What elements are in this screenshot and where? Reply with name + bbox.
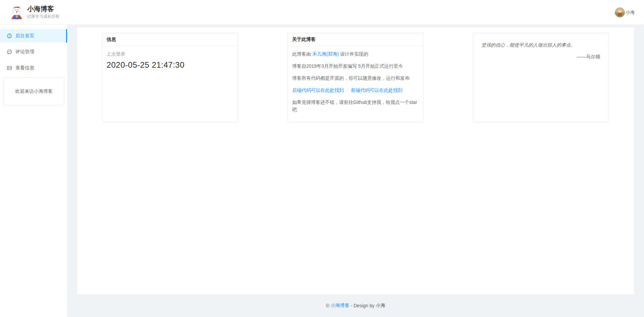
quote-card-body: 坚强的信心，能使平凡的人做出惊人的事业。 ——马尔顿 [473, 33, 609, 68]
page-footer: © 小海博客 - Design by 小海 [67, 294, 644, 317]
quote-text: 坚强的信心，能使平凡的人做出惊人的事业。 [481, 41, 601, 49]
last-login-value: 2020-05-25 21:47:30 [107, 60, 233, 70]
about-line-history: 博客自2019年3月开始开发编写 5月开始正式运行至今 [292, 62, 419, 70]
user-avatar [615, 7, 625, 17]
quote-author: ——马尔顿 [481, 54, 600, 60]
user-name: 小海 [626, 9, 635, 15]
about-card-body: 此博客由 禾几海(郑海) 设计并实现的 博客自2019年3月开始开发编写 5月开… [288, 46, 423, 122]
site-logo-icon [9, 5, 24, 20]
about-line-github: 如果觉得博客还不错，请前往Github支持我，给我点一个star吧 [292, 99, 419, 113]
app-header: 小海博客 记录学习成长历程 小海 [0, 0, 644, 25]
copyright-prefix: © [326, 303, 331, 308]
info-card: 信息 上次登录 2020-05-25 21:47:30 [102, 33, 238, 122]
cards-row: 信息 上次登录 2020-05-25 21:47:30 关于此博客 此博客由 禾… [77, 33, 634, 122]
vertical-divider [347, 88, 347, 93]
sidebar-item-dashboard[interactable]: 后台首页 [0, 29, 67, 43]
about-line1-prefix: 此博客由 [292, 51, 312, 57]
about-line1-suffix: 设计并实现的 [339, 51, 368, 57]
sidebar-menu: 后台首页 评论管理 查看信息 [0, 29, 67, 75]
welcome-box: 欢迎来访小海博客 [3, 77, 64, 105]
sidebar-item-comments[interactable]: 评论管理 [0, 45, 67, 59]
about-line-opensource: 博客所有代码都是开源的，你可以随意修改，运行和发布 [292, 74, 419, 82]
main-panel: 信息 上次登录 2020-05-25 21:47:30 关于此博客 此博客由 禾… [77, 27, 634, 294]
user-menu[interactable]: 小海 [615, 7, 635, 17]
site-title: 小海博客 [27, 5, 59, 12]
footer-site-link[interactable]: 小海博客 [331, 303, 350, 309]
about-card: 关于此博客 此博客由 禾几海(郑海) 设计并实现的 博客自2019年3月开始开发… [287, 33, 424, 122]
sidebar-item-label: 查看信息 [15, 65, 34, 71]
sidebar-item-view-info[interactable]: 查看信息 [0, 61, 67, 75]
footer-author-name: 小海 [376, 303, 385, 309]
quote-card: 坚强的信心，能使平凡的人做出惊人的事业。 ——马尔顿 [473, 33, 609, 122]
info-card-body: 上次登录 2020-05-25 21:47:30 [102, 46, 238, 74]
about-card-title: 关于此博客 [288, 33, 423, 46]
site-subtitle: 记录学习成长历程 [27, 14, 59, 19]
dashboard-icon [7, 33, 12, 39]
sidebar-item-label: 评论管理 [15, 49, 34, 55]
author-link[interactable]: 禾几海(郑海) [312, 51, 339, 57]
idcard-icon [7, 65, 12, 71]
brand-text: 小海博客 记录学习成长历程 [27, 5, 59, 19]
about-line-links: 后端代码可以在此处找到前端代码可以在此处找到 [292, 86, 419, 94]
info-card-title: 信息 [102, 33, 238, 46]
about-line-author: 此博客由 禾几海(郑海) 设计并实现的 [292, 50, 419, 58]
backend-code-link[interactable]: 后端代码可以在此处找到 [292, 87, 344, 93]
sidebar: 后台首页 评论管理 查看信息 [0, 25, 67, 317]
comment-icon [7, 49, 12, 55]
sidebar-item-label: 后台首页 [15, 33, 34, 39]
content-area: 信息 上次登录 2020-05-25 21:47:30 关于此博客 此博客由 禾… [67, 25, 644, 317]
site-brand: 小海博客 记录学习成长历程 [9, 5, 59, 20]
frontend-code-link[interactable]: 前端代码可以在此处找到 [351, 87, 402, 93]
last-login-label: 上次登录 [107, 51, 233, 57]
footer-middle-text: - Design by [350, 303, 376, 308]
welcome-text: 欢迎来访小海博客 [15, 88, 53, 94]
